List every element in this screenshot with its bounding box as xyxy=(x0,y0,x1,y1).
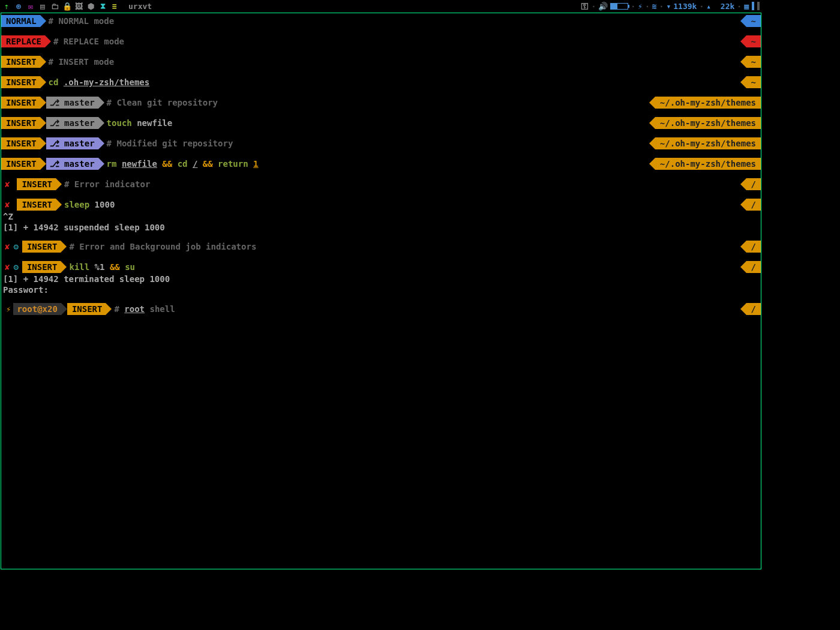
output-line: ^Z xyxy=(1,211,761,222)
git-segment-dirty: ⎇ master xyxy=(46,158,98,170)
prompt-row: INSERT ⎇ master rm newfile && cd / && re… xyxy=(1,157,761,170)
right-segment: / xyxy=(746,241,761,253)
branch-icon: ⎇ xyxy=(50,159,59,169)
wifi-icon: ≋ xyxy=(652,2,657,11)
comment-text: # NORMAL mode xyxy=(49,16,115,26)
mode-segment-insert: INSERT xyxy=(1,76,40,88)
prompt-row: INSERT # INSERT mode ~ xyxy=(1,55,761,68)
comment-text: # REPLACE mode xyxy=(53,37,124,46)
prompt-row: INSERT cd .oh-my-zsh/themes ~ xyxy=(1,76,761,89)
right-segment: / xyxy=(746,199,761,211)
bolt-icon: ⚡ xyxy=(1,304,13,314)
command-text: sleep 1000 xyxy=(64,200,115,209)
prompt-row: ⚡ root@x20 INSERT # root shell / xyxy=(1,302,761,316)
separator: · xyxy=(591,2,596,11)
mode-segment-insert: INSERT xyxy=(1,97,40,109)
mode-segment-insert: INSERT xyxy=(17,199,56,211)
taskbar: ⇡ ⊕ ✉ ▤ 🗀 🔒 🖼 ⬢ ⧗ ≡ urxvt ⚿ · 🔊 · ⚡ · ≋ … xyxy=(0,0,762,12)
branch-icon: ⎇ xyxy=(50,118,59,128)
down-arrow-icon: ▾ xyxy=(666,2,671,11)
comment-text: # Error and Background job indicators xyxy=(69,242,256,251)
image-icon: 🖼 xyxy=(74,2,83,11)
command-text: cd .oh-my-zsh/themes xyxy=(49,77,150,87)
branch-icon: ⎇ xyxy=(50,139,59,148)
separator: · xyxy=(631,2,635,11)
right-segment: / xyxy=(746,261,761,273)
usage-bar-icon xyxy=(752,2,754,10)
prompt-row: ✘ INSERT sleep 1000 / xyxy=(1,198,761,211)
cube-icon: ⬢ xyxy=(86,2,95,11)
output-line: [1] + 14942 suspended sleep 1000 xyxy=(1,222,761,233)
error-icon: ✘ xyxy=(1,179,13,189)
taskbar-app-name[interactable]: urxvt xyxy=(128,2,152,11)
globe-icon: ⊕ xyxy=(14,2,23,11)
right-segment: / xyxy=(746,303,761,315)
taskbar-left: ⇡ ⊕ ✉ ▤ 🗀 🔒 🖼 ⬢ ⧗ ≡ urxvt xyxy=(2,1,152,11)
lock-icon: 🔒 xyxy=(62,2,71,11)
folder-icon: 🗀 xyxy=(50,2,59,11)
prompt-row: INSERT ⎇ master touch newfile ~/.oh-my-z… xyxy=(1,116,761,130)
prompt-row: NORMAL # NORMAL mode ~ xyxy=(1,14,761,28)
mode-segment-insert: INSERT xyxy=(1,56,40,68)
output-line: Passwort: xyxy=(1,284,761,295)
hourglass-icon: ⧗ xyxy=(98,1,107,11)
command-text: kill %1 && su xyxy=(69,262,135,272)
git-segment-dirty: ⎇ master xyxy=(46,137,98,149)
mode-segment-insert: INSERT xyxy=(1,137,40,149)
branch-icon: ⎇ xyxy=(50,98,59,107)
comment-text: # Clean git repository xyxy=(107,98,218,107)
mode-segment-insert: INSERT xyxy=(67,303,106,315)
calc-icon: ▤ xyxy=(38,2,47,11)
error-icon: ✘ xyxy=(1,262,13,272)
comment-text: # root shell xyxy=(114,304,175,314)
mode-segment-replace: REPLACE xyxy=(1,35,45,47)
right-segment: / xyxy=(746,178,761,190)
command-text: rm newfile && cd / && return 1 xyxy=(107,159,259,169)
chip-icon: ▦ xyxy=(744,2,749,11)
right-segment: ~ xyxy=(746,76,761,88)
net-down: 1139k xyxy=(673,2,697,11)
root-user-segment: root@x20 xyxy=(13,303,61,315)
comment-text: # INSERT mode xyxy=(49,57,115,67)
error-icon: ✘ xyxy=(1,242,13,251)
volume-icon: 🔊 xyxy=(598,2,608,11)
gear-icon: ⚙ xyxy=(13,242,20,251)
separator: · xyxy=(645,2,650,11)
mail-icon: ✉ xyxy=(26,2,35,11)
key-icon: ⚿ xyxy=(581,2,589,11)
prompt-row: REPLACE # REPLACE mode ~ xyxy=(1,35,761,48)
plug-icon: ⚡ xyxy=(638,2,643,11)
right-segment: ~ xyxy=(746,15,761,27)
output-line: [1] + 14942 terminated sleep 1000 xyxy=(1,274,761,284)
stack-icon: ≡ xyxy=(110,2,119,11)
right-path-segment: ~/.oh-my-zsh/themes xyxy=(655,158,761,170)
prompt-row: ✘ ⚙ INSERT # Error and Background job in… xyxy=(1,240,761,253)
taskbar-right: ⚿ · 🔊 · ⚡ · ≋ · ▾1139k · ▴ 22k · ▦ xyxy=(581,2,760,11)
separator: · xyxy=(659,2,664,11)
prompt-row: INSERT ⎇ master # Clean git repository ~… xyxy=(1,96,761,109)
mode-segment-insert: INSERT xyxy=(22,261,61,273)
right-path-segment: ~/.oh-my-zsh/themes xyxy=(655,97,761,109)
mode-segment-insert: INSERT xyxy=(22,241,61,253)
separator: · xyxy=(699,2,704,11)
comment-text: # Error indicator xyxy=(64,179,150,189)
mode-segment-insert: INSERT xyxy=(1,158,40,170)
error-icon: ✘ xyxy=(1,200,13,209)
mode-segment-insert: INSERT xyxy=(17,178,56,190)
git-segment-clean: ⎇ master xyxy=(46,97,98,109)
up-arrow-icon: ▴ xyxy=(706,2,711,11)
mode-segment-insert: INSERT xyxy=(1,117,40,129)
right-segment: ~ xyxy=(746,56,761,68)
battery-icon xyxy=(610,3,628,10)
separator: · xyxy=(737,2,742,11)
terminal[interactable]: NORMAL # NORMAL mode ~ REPLACE # REPLACE… xyxy=(1,13,761,569)
tray-icon: ⇡ xyxy=(2,2,11,11)
prompt-row: INSERT ⎇ master # Modified git repositor… xyxy=(1,137,761,150)
right-segment: ~ xyxy=(746,35,761,47)
right-path-segment: ~/.oh-my-zsh/themes xyxy=(655,137,761,149)
right-path-segment: ~/.oh-my-zsh/themes xyxy=(655,117,761,129)
prompt-row: ✘ INSERT # Error indicator / xyxy=(1,178,761,191)
mode-segment-normal: NORMAL xyxy=(1,15,40,27)
command-text: touch newfile xyxy=(107,118,173,128)
net-up: 22k xyxy=(721,2,734,11)
